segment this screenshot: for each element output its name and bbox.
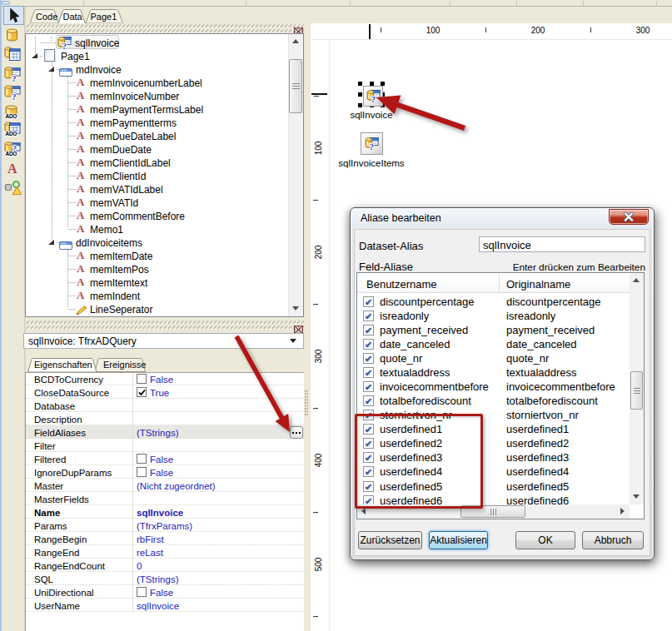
svg-text:?: ?	[62, 41, 67, 50]
svg-text:?: ?	[371, 94, 376, 103]
svg-text:?: ?	[12, 73, 17, 83]
svg-text:Ereignisse: Ereignisse	[103, 360, 146, 370]
svg-text:Data: Data	[63, 12, 83, 22]
svg-text:Eigenschaften: Eigenschaften	[34, 360, 92, 370]
svg-text:Page1: Page1	[91, 12, 117, 22]
svg-text:?: ?	[12, 92, 17, 102]
svg-text:?: ?	[370, 142, 375, 151]
svg-text:Code: Code	[36, 12, 57, 22]
svg-text:ADO: ADO	[6, 113, 17, 119]
svg-text:ADO: ADO	[6, 131, 17, 137]
svg-text:ADO: ADO	[6, 151, 17, 157]
